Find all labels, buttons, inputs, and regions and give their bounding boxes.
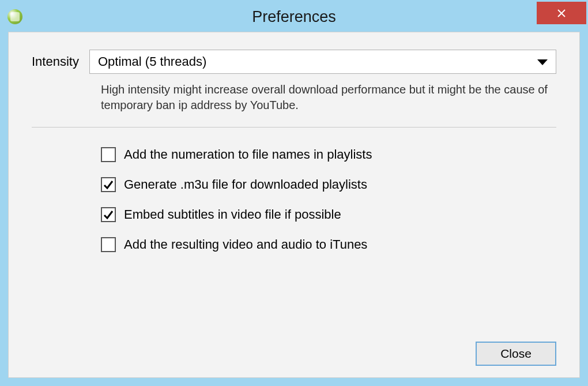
option-label: Add the numeration to file names in play… — [124, 147, 372, 162]
intensity-combobox[interactable]: Optimal (5 threads) — [89, 50, 556, 74]
option-itunes[interactable]: Add the resulting video and audio to iTu… — [101, 237, 556, 252]
client-area: Intensity Optimal (5 threads) High inten… — [8, 32, 580, 378]
option-m3u[interactable]: Generate .m3u file for downloaded playli… — [101, 177, 556, 192]
checkbox[interactable] — [101, 237, 116, 252]
close-icon — [556, 8, 567, 18]
checkbox[interactable] — [101, 207, 116, 222]
separator — [32, 127, 556, 128]
intensity-label: Intensity — [32, 54, 79, 69]
window-title: Preferences — [2, 8, 586, 26]
checkbox[interactable] — [101, 147, 116, 162]
option-numeration[interactable]: Add the numeration to file names in play… — [101, 147, 556, 162]
options-group: Add the numeration to file names in play… — [101, 147, 556, 252]
intensity-selected-value: Optimal (5 threads) — [98, 54, 206, 69]
checkbox[interactable] — [101, 177, 116, 192]
close-button[interactable]: Close — [476, 342, 556, 366]
option-label: Generate .m3u file for downloaded playli… — [124, 177, 367, 192]
footer: Close — [32, 342, 556, 366]
intensity-row: Intensity Optimal (5 threads) — [32, 50, 556, 74]
titlebar: Preferences — [2, 2, 586, 32]
preferences-window: Preferences Intensity Optimal (5 threads… — [0, 0, 588, 386]
svg-marker-2 — [537, 59, 548, 65]
option-subtitles[interactable]: Embed subtitles in video file if possibl… — [101, 207, 556, 222]
option-label: Embed subtitles in video file if possibl… — [124, 207, 341, 222]
window-close-button[interactable] — [537, 2, 586, 24]
app-icon — [7, 9, 22, 24]
chevron-down-icon — [537, 54, 548, 69]
intensity-hint: High intensity might increase overall do… — [101, 82, 556, 113]
option-label: Add the resulting video and audio to iTu… — [124, 237, 367, 252]
